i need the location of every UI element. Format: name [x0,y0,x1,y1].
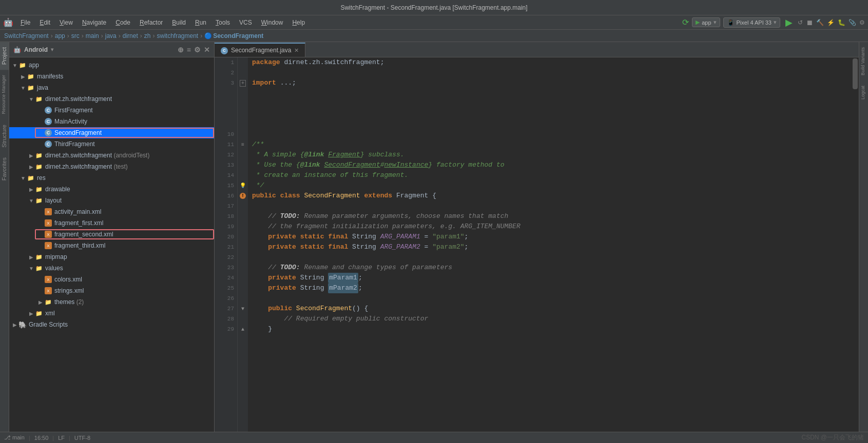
sync-icon[interactable]: ⟳ [682,17,689,27]
folder-icon-t: 📁 [35,163,43,171]
menu-view[interactable]: View [55,18,77,27]
tree-item-androidtest[interactable]: ▶ 📁 dirnet.zh.switchfragment (androidTes… [9,150,214,161]
tree-item-package-main[interactable]: ▼ 📁 dirnet.zh.switchfragment [9,93,214,105]
tree-item-themes[interactable]: ▶ 📁 themes (2) [9,296,214,308]
breadcrumb-part-2[interactable]: src [71,32,80,39]
kw-static-20: static [300,232,324,242]
sidebar-tab-logcat[interactable]: Logcat [859,80,868,105]
sidebar-tab-favorites[interactable]: Favorites [0,152,9,186]
tree-item-layout[interactable]: ▼ 📁 layout [9,195,214,206]
scrollbar-right[interactable] [852,57,859,432]
close-project-icon[interactable]: ✕ [204,46,210,54]
profile-button[interactable]: ⚡ [827,19,835,26]
tree-item-activity-main[interactable]: X activity_main.xml [9,206,214,217]
tree-label-themes: themes (2) [54,298,84,306]
tree-item-test[interactable]: ▶ 📁 dirnet.zh.switchfragment (test) [9,161,214,172]
menu-help[interactable]: Help [288,18,309,27]
tree-label-t: dirnet.zh.switchfragment (test) [45,163,128,170]
sidebar-tab-resource-manager[interactable]: Resource Manager [0,70,9,119]
tree-item-drawable[interactable]: ▶ 📁 drawable [9,184,214,195]
menu-tools[interactable]: Tools [211,18,234,27]
comment-19: // the fragment initialization parameter… [268,222,520,232]
tree-item-secondfragment[interactable]: C SecondFragment [9,127,214,138]
sidebar-tab-build-variants[interactable]: Build Variants [859,42,868,80]
gutter-slot-29[interactable]: ▲ [238,324,248,334]
tree-label-ma: MainActivity [54,118,87,125]
run-button[interactable]: ▶ [783,16,795,29]
menu-file[interactable]: File [16,18,34,27]
tree-item-strings[interactable]: X strings.xml [9,285,214,296]
tree-item-firstfragment[interactable]: C FirstFragment [9,105,214,116]
package-name: dirnet.zh.switchfragment [284,57,380,68]
code-content[interactable]: package dirnet.zh.switchfragment; import… [248,57,852,432]
code-line-10 [252,129,852,139]
editor-tab-secondfragment[interactable]: C SecondFragment.java ✕ [215,43,305,57]
line-num-20: 20 [227,232,234,242]
tree-item-manifests[interactable]: ▶ 📁 manifests [9,71,214,82]
code-line-3: import ...; [252,78,852,88]
todo-text-18: Rename parameter arguments, choose names… [300,211,509,222]
project-view-dropdown[interactable]: ▾ [51,47,53,52]
breadcrumb-part-7[interactable]: switchfragment [157,32,198,39]
breadcrumb-part-1[interactable]: app [55,32,65,39]
tree-item-gradle[interactable]: ▶ 🐘 Gradle Scripts [9,319,214,330]
run-config-selector[interactable]: ▶ app ▾ [692,17,720,27]
locate-file-icon[interactable]: ⊕ [178,46,184,54]
menu-edit[interactable]: Edit [35,18,54,27]
attach-button[interactable]: 📎 [848,19,856,26]
menu-refactor[interactable]: Refactor [136,18,167,27]
java-icon-tf: C [44,140,52,148]
tree-item-values[interactable]: ▼ 📁 values [9,263,214,274]
extras-icon[interactable]: ⚙ [194,46,201,54]
line-num-13: 13 [227,160,234,170]
breadcrumb-part-4[interactable]: java [105,32,117,39]
build-menu-button[interactable]: 🔨 [816,19,824,26]
tree-item-mipmap[interactable]: ▶ 📁 mipmap [9,251,214,263]
sidebar-tab-project[interactable]: Project [0,42,9,70]
line-num-14: 14 [227,170,234,180]
collapse-all-icon[interactable]: ≡ [187,46,191,54]
gutter-slot-3[interactable]: + [238,78,248,88]
line-num-26: 26 [227,293,234,304]
debug-button[interactable]: 🐛 [838,19,845,26]
tree-item-app[interactable]: ▼ 📁 app [9,59,214,71]
gutter-slot-16[interactable]: ! [238,191,248,201]
line-num-17: 17 [227,201,234,211]
tree-item-fragment-second[interactable]: X fragment_second.xml [9,229,214,240]
tree-item-fragment-first[interactable]: X fragment_first.xml [9,217,214,229]
code-line-28: // Required empty public constructor [252,314,852,324]
tree-label-at: dirnet.zh.switchfragment (androidTest) [45,152,149,159]
breadcrumb-part-3[interactable]: main [86,32,99,39]
gutter-slot-15[interactable]: 💡 [238,180,248,191]
sidebar-tab-structure[interactable]: Structure [0,119,9,153]
tree-arrow-gradle: ▶ [11,322,18,328]
code-line-22 [252,252,852,263]
tree-item-fragment-third[interactable]: X fragment_third.xml [9,240,214,251]
menu-code[interactable]: Code [111,18,134,27]
tree-item-res[interactable]: ▼ 📁 res [9,172,214,184]
breadcrumb-part-5[interactable]: dirnet [123,32,138,39]
device-selector[interactable]: 📱 Pixel 4 API 33 ▾ [723,17,781,28]
gutter-slot-27[interactable]: ▼ [238,304,248,314]
menu-run[interactable]: Run [191,18,210,27]
menu-window[interactable]: Window [257,18,287,27]
tree-label-strings: strings.xml [54,287,84,294]
stop-button[interactable]: ⏹ [806,18,813,27]
breadcrumb: SwitchFragment › app › src › main › java… [0,30,868,42]
tree-item-xml[interactable]: ▶ 📁 xml [9,308,214,319]
breadcrumb-part-6[interactable]: zh [144,32,151,39]
tree-item-java[interactable]: ▼ 📁 java [9,82,214,93]
rerun-button[interactable]: ↺ [798,19,803,26]
menu-build[interactable]: Build [168,18,190,27]
settings-button[interactable]: ⚙ [859,19,865,26]
gutter-slot-2 [238,68,248,78]
tree-item-thirdfragment[interactable]: C ThirdFragment [9,138,214,150]
menu-navigate[interactable]: Navigate [78,18,110,27]
breadcrumb-current[interactable]: SecondFragment [213,32,263,39]
tree-item-colors[interactable]: X colors.xml [9,274,214,285]
tree-label-xml: xml [45,310,55,317]
breadcrumb-part-0[interactable]: SwitchFragment [4,32,49,39]
tab-close-button[interactable]: ✕ [294,47,299,54]
tree-item-mainactivity[interactable]: C MainActivity [9,116,214,127]
menu-vcs[interactable]: VCS [235,18,256,27]
